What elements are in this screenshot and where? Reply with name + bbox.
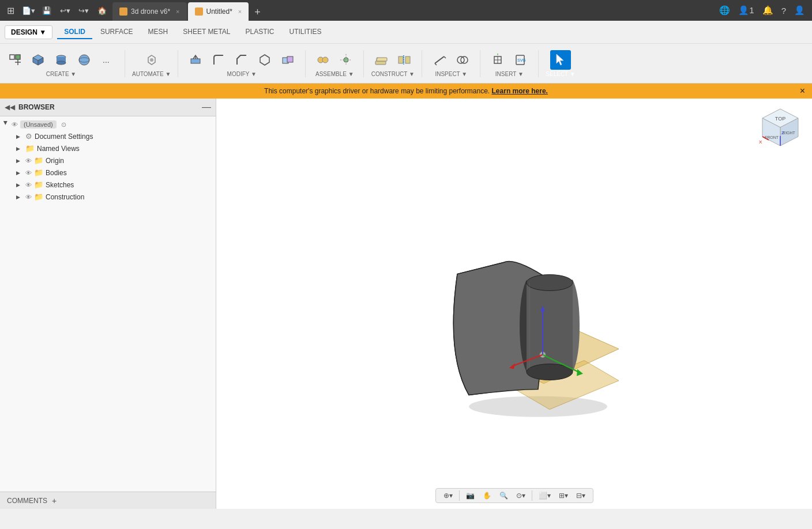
combine-button[interactable] xyxy=(277,50,298,70)
box-button[interactable] xyxy=(28,50,48,70)
tab-solid[interactable]: SOLID xyxy=(57,25,92,39)
tab-sheet-metal[interactable]: SHEET METAL xyxy=(176,25,237,39)
undo-icon[interactable]: ↩▾ xyxy=(57,2,73,18)
notification-close-button[interactable]: × xyxy=(800,86,805,96)
cylinder-button[interactable] xyxy=(51,50,72,70)
tab-close-untitled[interactable]: × xyxy=(238,8,242,15)
interference-icon xyxy=(454,52,471,68)
orbit-button[interactable]: ⊕▾ xyxy=(441,490,456,501)
tab-utilities[interactable]: UTILITIES xyxy=(283,25,329,39)
title-bar-right: 🌐 👤1 🔔 ? 👤 xyxy=(717,3,807,18)
tab-untitled[interactable]: Untitled* × xyxy=(188,2,249,21)
tree-record-icon: ⊙ xyxy=(61,121,66,129)
tab-label-untitled: Untitled* xyxy=(206,7,232,16)
zoom-options-button[interactable]: ⊙▾ xyxy=(513,490,528,501)
insert-label[interactable]: INSERT ▼ xyxy=(495,71,524,77)
zoom-button[interactable]: 🔍 xyxy=(497,490,511,501)
cylinder-icon xyxy=(53,52,69,68)
select-label[interactable]: SELECT ▼ xyxy=(546,71,575,77)
tree-eye-bodies[interactable]: 👁 xyxy=(25,169,32,176)
help-icon[interactable]: ? xyxy=(779,3,788,18)
insert-svg-icon: SVG xyxy=(513,52,529,68)
new-component-button[interactable] xyxy=(5,50,25,70)
tree-eye-origin[interactable]: 👁 xyxy=(25,157,32,164)
svg-point-13 xyxy=(150,58,153,62)
viewport[interactable]: TOP FRONT RIGHT Z X xyxy=(216,99,812,509)
fillet-icon xyxy=(210,52,227,68)
redo-icon[interactable]: ↪▾ xyxy=(76,2,92,18)
joint-origin-button[interactable] xyxy=(336,50,356,70)
press-pull-icon xyxy=(187,52,204,68)
midplane-button[interactable] xyxy=(394,50,415,70)
file-icons: 📄▾ 💾 ↩▾ ↪▾ 🏠 xyxy=(20,2,110,18)
look-at-button[interactable]: 📷 xyxy=(463,490,478,501)
person-badge-icon[interactable]: 👤1 xyxy=(736,3,756,18)
browser-minimize-icon[interactable]: — xyxy=(202,102,211,112)
tree-item-named-views[interactable]: ▶ 📁 Named Views xyxy=(0,142,216,154)
notification-icon[interactable]: 🔔 xyxy=(760,3,776,18)
measure-icon xyxy=(431,52,448,68)
select-button[interactable] xyxy=(550,50,571,70)
construct-label[interactable]: CONSTRUCT ▼ xyxy=(371,71,415,77)
tree-eye-sketches[interactable]: 👁 xyxy=(25,182,32,188)
comments-bar: COMMENTS + xyxy=(0,492,216,509)
create-label[interactable]: CREATE ▼ xyxy=(46,71,77,77)
viewcube[interactable]: TOP FRONT RIGHT Z X xyxy=(754,104,806,156)
tree-item-doc-settings[interactable]: ▶ ⚙ Document Settings xyxy=(0,130,216,142)
automate-button[interactable] xyxy=(141,50,162,70)
tree-eye-construction[interactable]: 👁 xyxy=(25,194,32,201)
network-icon[interactable]: 🌐 xyxy=(717,3,732,18)
svg-rect-18 xyxy=(287,56,293,62)
tree-settings-icon: ⚙ xyxy=(25,132,32,141)
pan-button[interactable]: ✋ xyxy=(480,490,494,501)
toolbar-area: DESIGN ▼ SOLID SURFACE MESH SHEET METAL … xyxy=(0,21,812,84)
tree-eye-root[interactable]: 👁 xyxy=(12,121,18,128)
new-file-icon[interactable]: 📄▾ xyxy=(20,2,36,18)
env-button[interactable]: ⊟▾ xyxy=(573,490,588,501)
automate-label[interactable]: AUTOMATE ▼ xyxy=(132,71,171,77)
tree-item-construction[interactable]: ▶ 👁 📁 Construction xyxy=(0,191,216,203)
display-mode-button[interactable]: ⬜▾ xyxy=(536,490,554,501)
tab-3d-drone[interactable]: 3d drone v6* × xyxy=(112,2,187,21)
save-icon[interactable]: 💾 xyxy=(39,2,55,18)
comments-add-button[interactable]: + xyxy=(52,496,57,505)
tree-item-root[interactable]: ▶ 👁 (Unsaved) ⊙ xyxy=(0,119,216,130)
inspect-label[interactable]: INSPECT ▼ xyxy=(435,71,467,77)
browser-collapse-icon[interactable]: ◀◀ xyxy=(5,103,15,111)
select-group: SELECT ▼ xyxy=(546,50,582,77)
app-grid-icon[interactable]: ⊞ xyxy=(5,3,17,18)
tree-item-bodies[interactable]: ▶ 👁 📁 Bodies xyxy=(0,167,216,179)
home-icon[interactable]: 🏠 xyxy=(94,2,110,18)
tree-item-sketches[interactable]: ▶ 👁 📁 Sketches xyxy=(0,179,216,191)
shell-button[interactable] xyxy=(254,50,275,70)
new-tab-button[interactable]: + xyxy=(250,4,265,21)
measure-button[interactable] xyxy=(429,50,450,70)
svg-rect-28 xyxy=(405,56,410,63)
notification-link[interactable]: Learn more here. xyxy=(492,87,548,95)
chamfer-button[interactable] xyxy=(231,50,252,70)
insert-svg-button[interactable]: SVG xyxy=(510,50,531,70)
tree-item-origin[interactable]: ▶ 👁 📁 Origin xyxy=(0,154,216,167)
interference-button[interactable] xyxy=(452,50,473,70)
joint-button[interactable] xyxy=(313,50,333,70)
sphere-button[interactable] xyxy=(74,50,95,70)
insert-mesh-button[interactable] xyxy=(487,50,508,70)
offset-plane-button[interactable] xyxy=(371,50,392,70)
svg-marker-39 xyxy=(497,54,498,56)
design-button[interactable]: DESIGN ▼ xyxy=(5,25,52,39)
assemble-icons xyxy=(313,50,356,70)
box-icon xyxy=(30,52,46,68)
tab-icon-untitled xyxy=(195,7,203,16)
press-pull-button[interactable] xyxy=(185,50,206,70)
more-create-button[interactable]: ... xyxy=(97,50,118,70)
assemble-label[interactable]: ASSEMBLE ▼ xyxy=(315,71,354,77)
tab-surface[interactable]: SURFACE xyxy=(93,25,140,39)
modify-label[interactable]: MODIFY ▼ xyxy=(227,71,257,77)
fillet-button[interactable] xyxy=(208,50,229,70)
tab-close-drone[interactable]: × xyxy=(176,8,179,15)
tab-plastic[interactable]: PLASTIC xyxy=(239,25,281,39)
tab-mesh[interactable]: MESH xyxy=(141,25,175,39)
separator-1 xyxy=(459,490,460,501)
grid-button[interactable]: ⊞▾ xyxy=(556,490,571,501)
account-icon[interactable]: 👤 xyxy=(792,3,807,18)
